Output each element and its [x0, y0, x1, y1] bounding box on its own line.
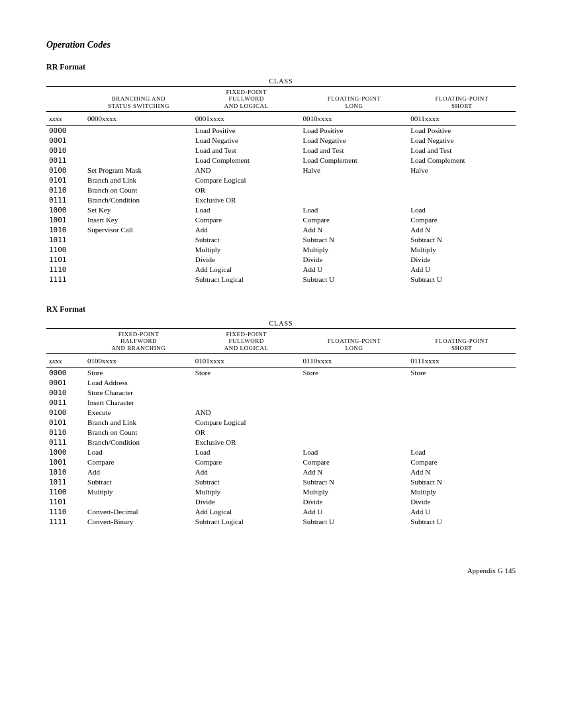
table-cell: 1001 [46, 457, 85, 467]
table-cell: Load Positive [408, 126, 516, 136]
rx-class-label: CLASS [46, 320, 516, 327]
table-cell: 0011 [46, 156, 85, 165]
table-cell [85, 136, 193, 146]
rx-header-row-1: FIXED-POINTHALFWORD FIXED-POINTFULLWORD … [46, 329, 516, 345]
table-cell: 0110 [46, 428, 85, 437]
table-cell: Subtract [193, 477, 301, 487]
table-cell: 0110 [46, 185, 85, 195]
table-row: 1111Convert-BinarySubtract LogicalSubtra… [46, 517, 516, 527]
table-cell: Subtract [193, 235, 301, 245]
rx-xxxx-label: xxxx [46, 354, 85, 368]
table-cell [301, 418, 408, 428]
table-row: 0010Load and TestLoad and TestLoad and T… [46, 146, 516, 156]
table-cell [301, 428, 408, 437]
table-cell [408, 175, 516, 185]
rr-header-row-2: STATUS SWITCHING AND LOGICAL LONG SHORT [46, 103, 516, 112]
table-cell: Compare [301, 215, 408, 225]
table-cell: Convert-Decimal [85, 507, 193, 517]
table-cell: 1110 [46, 265, 85, 275]
table-row: 1110Add LogicalAdd UAdd U [46, 265, 516, 275]
table-row: 0111Branch/ConditionExclusive OR [46, 437, 516, 447]
table-cell: 1111 [46, 517, 85, 527]
table-cell [301, 388, 408, 398]
table-cell: Exclusive OR [193, 437, 301, 447]
rx-col3-h2: LONG [301, 345, 408, 354]
rx-table-body: 0000StoreStoreStoreStore0001Load Address… [46, 368, 516, 527]
table-cell: Subtract N [301, 235, 408, 245]
table-cell: Multiply [408, 245, 516, 255]
rx-col0-h2 [46, 345, 85, 354]
rx-header-row-2: AND BRANCHING AND LOGICAL LONG SHORT [46, 345, 516, 354]
table-row: 1000Set KeyLoadLoadLoad [46, 205, 516, 215]
rr-code2: 0001xxxx [193, 112, 301, 126]
rx-code-row: xxxx 0100xxxx 0101xxxx 0110xxxx 0111xxxx [46, 354, 516, 368]
table-cell: Store Character [85, 388, 193, 398]
table-cell: Load Negative [301, 136, 408, 146]
rr-col2-h1: FIXED-POINTFULLWORD [193, 87, 301, 103]
rx-col4-h2: SHORT [408, 345, 516, 354]
table-cell: OR [193, 428, 301, 437]
table-cell: Compare Logical [193, 175, 301, 185]
table-cell: Divide [301, 255, 408, 265]
table-cell: 0111 [46, 437, 85, 447]
rr-class-label: CLASS [46, 77, 516, 85]
table-row: 0100ExecuteAND [46, 408, 516, 418]
rx-code2: 0101xxxx [193, 354, 301, 368]
table-cell [408, 388, 516, 398]
table-row: 1111Subtract LogicalSubtract USubtract U [46, 275, 516, 285]
table-cell: Add Logical [193, 507, 301, 517]
table-row: 1100MultiplyMultiplyMultiply [46, 245, 516, 255]
table-row: 1000LoadLoadLoadLoad [46, 447, 516, 457]
table-cell: Load [408, 205, 516, 215]
table-row: 1001Insert KeyCompareCompareCompare [46, 215, 516, 225]
table-cell: 1001 [46, 215, 85, 225]
table-cell: Load Complement [193, 156, 301, 165]
rx-code4: 0111xxxx [408, 354, 516, 368]
table-cell: Compare [193, 457, 301, 467]
table-cell: Subtract U [408, 275, 516, 285]
rr-table-body: 0000Load PositiveLoad PositiveLoad Posit… [46, 126, 516, 285]
table-cell: 0001 [46, 378, 85, 388]
table-row: 1101DivideDivideDivide [46, 497, 516, 507]
rr-col0-h2 [46, 103, 85, 112]
rr-col4-h1: FLOATING-POINT [408, 87, 516, 103]
table-cell [85, 255, 193, 265]
table-cell: Branch/Condition [85, 195, 193, 205]
table-cell: 1000 [46, 447, 85, 457]
table-cell: Add N [301, 467, 408, 477]
table-row: 0000Load PositiveLoad PositiveLoad Posit… [46, 126, 516, 136]
rx-format-title: RX Format [46, 304, 516, 314]
table-cell: Load and Test [193, 146, 301, 156]
table-cell: Load [85, 447, 193, 457]
table-cell: 1011 [46, 477, 85, 487]
table-cell: Convert-Binary [85, 517, 193, 527]
table-cell [408, 418, 516, 428]
table-cell [301, 175, 408, 185]
table-cell: Add U [301, 507, 408, 517]
table-cell: Subtract Logical [193, 517, 301, 527]
table-cell: 0101 [46, 418, 85, 428]
table-cell: Multiply [193, 245, 301, 255]
table-cell: Load Negative [193, 136, 301, 146]
table-cell [408, 378, 516, 388]
table-cell: Subtract U [301, 517, 408, 527]
rr-code4: 0011xxxx [408, 112, 516, 126]
table-cell: Compare [85, 457, 193, 467]
table-cell: Compare [408, 215, 516, 225]
table-cell [301, 398, 408, 408]
table-cell: Load [193, 447, 301, 457]
table-cell: AND [193, 165, 301, 175]
table-cell [85, 126, 193, 136]
table-cell: Halve [408, 165, 516, 175]
table-row: 1010AddAddAdd NAdd N [46, 467, 516, 477]
table-cell [301, 437, 408, 447]
rx-col3-h1: FLOATING-POINT [301, 329, 408, 345]
table-row: 1100MultiplyMultiplyMultiplyMultiply [46, 487, 516, 497]
table-cell: Add [193, 225, 301, 235]
rx-col2-h1: FIXED-POINTFULLWORD [193, 329, 301, 345]
rr-format-section: RR Format CLASS BRANCHING AND FIXED-POIN… [46, 62, 516, 285]
table-row: 0110Branch on CountOR [46, 428, 516, 437]
table-cell: 1101 [46, 497, 85, 507]
table-cell: Load Complement [301, 156, 408, 165]
table-cell: 0011 [46, 398, 85, 408]
